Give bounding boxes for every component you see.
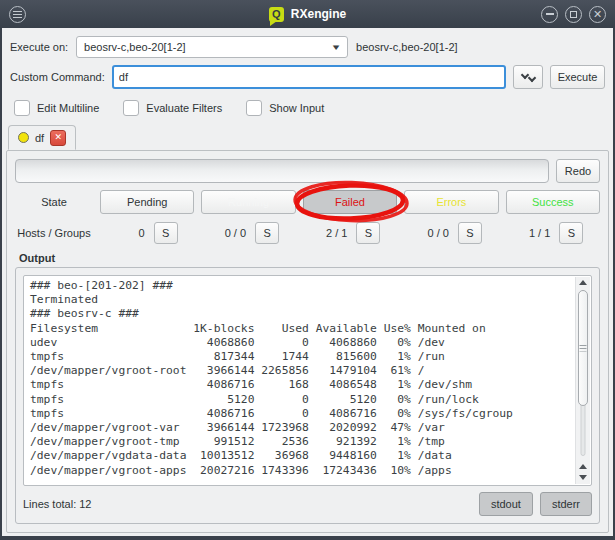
select-success-button[interactable]: S <box>559 222 583 244</box>
app-window: Q RXengine ✕ Execute on: beosrv-c,beo-20… <box>0 0 615 540</box>
execute-on-label: Execute on: <box>10 41 68 53</box>
tab-pane: Redo State Pending Running Failed Errors… <box>6 150 609 533</box>
scroll-up-icon[interactable] <box>576 464 590 469</box>
select-errors-button[interactable]: S <box>458 222 482 244</box>
execute-on-combobox[interactable]: beosrv-c,beo-20[1-2] ▼ <box>76 36 348 58</box>
redo-button[interactable]: Redo <box>556 159 600 183</box>
main-content: Execute on: beosrv-c,beo-20[1-2] ▼ beosr… <box>2 28 613 536</box>
execute-on-value: beosrv-c,beo-20[1-2] <box>84 41 332 53</box>
custom-command-label: Custom Command: <box>10 71 105 83</box>
show-input-label: Show Input <box>269 102 324 114</box>
command-history-button[interactable] <box>513 65 543 89</box>
close-icon[interactable]: ✕ <box>589 6 606 23</box>
state-row: State Pending Running Failed Errors Succ… <box>15 190 600 214</box>
tab-close-icon[interactable]: ✕ <box>50 130 66 146</box>
status-dot-icon <box>18 132 29 143</box>
tab-bar: df ✕ <box>8 125 613 150</box>
custom-command-input[interactable] <box>112 65 506 89</box>
option-show-input[interactable]: Show Input <box>246 100 324 116</box>
scroll-down-icon[interactable] <box>576 475 590 480</box>
stdout-button[interactable]: stdout <box>479 492 533 516</box>
stderr-button[interactable]: stderr <box>540 492 592 516</box>
state-errors-button[interactable]: Errors <box>404 190 498 214</box>
option-evaluate-filters[interactable]: Evaluate Filters <box>123 100 222 116</box>
hosts-group-errors: 0 / 0 S <box>404 222 498 244</box>
hosts-value: 0 / 0 <box>218 227 246 239</box>
state-pending-button[interactable]: Pending <box>100 190 194 214</box>
select-pending-button[interactable]: S <box>154 222 178 244</box>
hosts-group-success: 1 / 1 S <box>506 222 600 244</box>
hosts-value: 1 / 1 <box>522 227 550 239</box>
hosts-value: 2 / 1 <box>319 227 347 239</box>
hosts-group-running: 0 / 0 S <box>201 222 295 244</box>
select-failed-button[interactable]: S <box>356 222 380 244</box>
window-menu-icon[interactable] <box>9 6 26 23</box>
state-running-button[interactable]: Running <box>201 190 295 214</box>
hosts-value: 0 / 0 <box>421 227 449 239</box>
scroll-up-icon[interactable] <box>576 280 590 285</box>
edit-multiline-checkbox[interactable] <box>14 100 30 116</box>
output-label: Output <box>19 252 600 264</box>
minimize-icon[interactable] <box>541 6 558 23</box>
evaluate-filters-checkbox[interactable] <box>123 100 139 116</box>
maximize-icon[interactable] <box>565 6 582 23</box>
tab-label: df <box>35 132 44 144</box>
execute-button[interactable]: Execute <box>550 65 605 89</box>
output-text: ### beo-[201-202] ### Terminated ### beo… <box>24 276 591 481</box>
progress-bar <box>15 159 549 183</box>
app-logo-icon: Q <box>269 7 284 22</box>
chevron-down-icon: ▼ <box>331 43 342 52</box>
scrollbar-thumb[interactable] <box>578 290 588 406</box>
state-failed-button[interactable]: Failed <box>303 190 397 214</box>
lines-total: Lines total: 12 <box>23 498 472 510</box>
output-groupbox: Output ### beo-[201-202] ### Terminated … <box>15 252 600 524</box>
select-running-button[interactable]: S <box>255 222 279 244</box>
show-input-checkbox[interactable] <box>246 100 262 116</box>
hosts-value: 0 <box>117 227 145 239</box>
hosts-groups-label: Hosts / Groups <box>15 227 93 239</box>
execute-on-summary: beosrv-c,beo-20[1-2] <box>356 41 458 53</box>
hosts-group-pending: 0 S <box>100 222 194 244</box>
option-edit-multiline[interactable]: Edit Multiline <box>14 100 99 116</box>
state-success-button[interactable]: Success <box>506 190 600 214</box>
hosts-groups-row: Hosts / Groups 0 S 0 / 0 S 2 / 1 S 0 / 0… <box>15 221 600 245</box>
titlebar: Q RXengine ✕ <box>0 0 615 28</box>
hosts-group-failed: 2 / 1 S <box>303 222 397 244</box>
output-scrollbar[interactable] <box>575 277 590 484</box>
edit-multiline-label: Edit Multiline <box>37 102 99 114</box>
window-title: RXengine <box>291 7 346 21</box>
state-label: State <box>15 196 93 208</box>
output-text-area: ### beo-[201-202] ### Terminated ### beo… <box>23 275 592 486</box>
evaluate-filters-label: Evaluate Filters <box>146 102 222 114</box>
tab-df[interactable]: df ✕ <box>8 125 76 150</box>
